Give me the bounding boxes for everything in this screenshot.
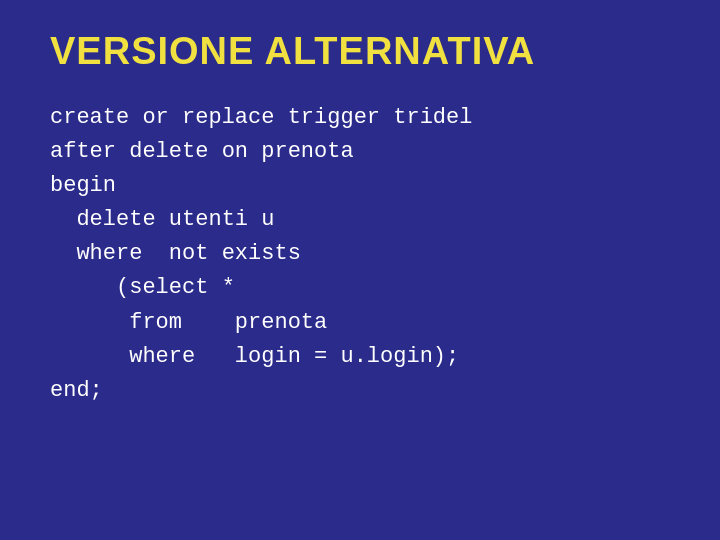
page-title: VERSIONE ALTERNATIVA xyxy=(50,30,670,73)
code-block: create or replace trigger tridel after d… xyxy=(50,101,670,408)
